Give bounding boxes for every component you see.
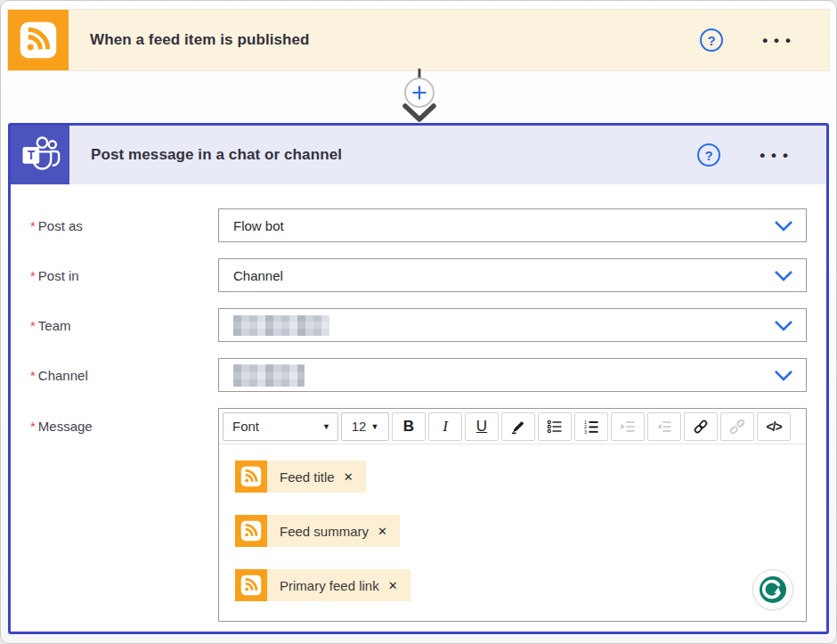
form-row-channel: *Channel: [30, 358, 807, 392]
action-parameters-form: *Post as Flow bot *Post in Channel: [11, 184, 826, 622]
form-row-post-in: *Post in Channel: [30, 258, 807, 292]
bold-button[interactable]: B: [392, 412, 426, 441]
bullet-list-button[interactable]: [538, 412, 572, 441]
font-family-select[interactable]: Font ▼: [223, 412, 338, 441]
dropdown-arrow-icon: ▼: [370, 422, 378, 431]
dropdown-arrow-icon: ▼: [322, 422, 330, 431]
grammarly-button[interactable]: [752, 569, 793, 610]
rich-text-toolbar: Font ▼ 12 ▼ B I U: [219, 409, 806, 444]
indent-icon: [619, 418, 637, 436]
action-help-icon[interactable]: ?: [697, 143, 720, 167]
chevron-down-icon: [774, 270, 793, 281]
bullet-list-icon: [546, 418, 564, 436]
outdent-icon: [655, 418, 673, 436]
trigger-card-rss[interactable]: When a feed item is published ? •••: [8, 10, 829, 70]
post-as-label: *Post as: [30, 218, 218, 233]
team-dropdown[interactable]: [218, 308, 807, 342]
form-row-post-as: *Post as Flow bot: [30, 208, 807, 242]
trigger-help-icon[interactable]: ?: [700, 29, 723, 52]
token-chip-feed-summary[interactable]: Feed summary ✕: [235, 515, 400, 547]
token-chip-label: Feed summary ✕: [267, 515, 400, 547]
team-label: *Team: [30, 318, 218, 333]
token-chip-feed-title[interactable]: Feed title ✕: [235, 461, 366, 493]
svg-text:3: 3: [584, 428, 587, 434]
required-marker: *: [30, 268, 36, 283]
outdent-button[interactable]: [647, 412, 681, 441]
remove-token-icon[interactable]: ✕: [378, 525, 387, 538]
insert-step-button[interactable]: [405, 78, 434, 107]
grammarly-icon: [757, 574, 789, 606]
required-marker: *: [30, 419, 36, 434]
channel-label: *Channel: [30, 368, 218, 383]
flow-connector: [384, 69, 455, 124]
link-icon: [692, 418, 710, 436]
chevron-down-icon: [774, 370, 793, 381]
post-in-label: *Post in: [30, 268, 218, 283]
italic-button[interactable]: I: [428, 412, 462, 441]
required-marker: *: [30, 218, 36, 233]
code-view-button[interactable]: </>: [757, 412, 791, 441]
indent-button[interactable]: [611, 412, 645, 441]
token-chip-primary-feed-link[interactable]: Primary feed link ✕: [235, 569, 410, 601]
action-header-body: Post message in a chat or channel ? •••: [69, 126, 826, 184]
channel-value-redacted: [233, 364, 305, 387]
highlight-pen-icon: [509, 418, 527, 436]
underline-button[interactable]: U: [465, 412, 499, 441]
post-as-value: Flow bot: [233, 218, 284, 233]
team-value-redacted: [233, 315, 329, 336]
token-chip-label: Primary feed link ✕: [267, 569, 410, 601]
rss-connector-icon: [8, 10, 69, 70]
svg-text:T: T: [28, 148, 36, 162]
trigger-card-body: When a feed item is published ? •••: [69, 10, 829, 70]
form-row-team: *Team: [30, 308, 807, 342]
chevron-down-icon: [774, 320, 793, 331]
action-card-header[interactable]: T Post message in a chat or channel ? ••…: [11, 126, 826, 184]
action-card-teams: T Post message in a chat or channel ? ••…: [8, 123, 829, 634]
unlink-button[interactable]: [720, 412, 754, 441]
rss-token-icon: [235, 461, 267, 493]
rss-token-icon: [235, 515, 267, 547]
message-content-area[interactable]: Feed title ✕ Feed summary ✕: [219, 444, 806, 601]
remove-token-icon[interactable]: ✕: [388, 579, 398, 592]
font-size-select[interactable]: 12 ▼: [341, 412, 389, 441]
message-label: *Message: [30, 408, 218, 434]
post-in-value: Channel: [233, 268, 283, 283]
action-menu-ellipsis-icon[interactable]: •••: [760, 148, 794, 163]
flow-designer-canvas: When a feed item is published ? •••: [0, 0, 837, 644]
chevron-down-icon: [774, 220, 793, 232]
unlink-icon: [728, 418, 746, 436]
required-marker: *: [30, 318, 36, 333]
numbered-list-button[interactable]: 123: [574, 412, 608, 441]
token-chip-label: Feed title ✕: [267, 461, 366, 493]
required-marker: *: [30, 368, 36, 383]
post-in-dropdown[interactable]: Channel: [218, 258, 807, 292]
rich-text-editor[interactable]: Font ▼ 12 ▼ B I U: [218, 408, 807, 622]
remove-token-icon[interactable]: ✕: [344, 470, 353, 484]
channel-dropdown[interactable]: [218, 358, 807, 392]
post-as-dropdown[interactable]: Flow bot: [218, 208, 807, 242]
microsoft-teams-icon: T: [11, 126, 69, 184]
trigger-title: When a feed item is published: [90, 31, 700, 49]
trigger-menu-ellipsis-icon[interactable]: •••: [762, 33, 797, 48]
form-row-message: *Message Font ▼ 12 ▼ B I U: [30, 408, 807, 622]
rss-token-icon: [235, 569, 267, 601]
numbered-list-icon: 123: [582, 418, 600, 436]
action-title: Post message in a chat or channel: [91, 146, 697, 164]
insert-link-button[interactable]: [684, 412, 718, 441]
highlight-pen-button[interactable]: [501, 412, 535, 441]
